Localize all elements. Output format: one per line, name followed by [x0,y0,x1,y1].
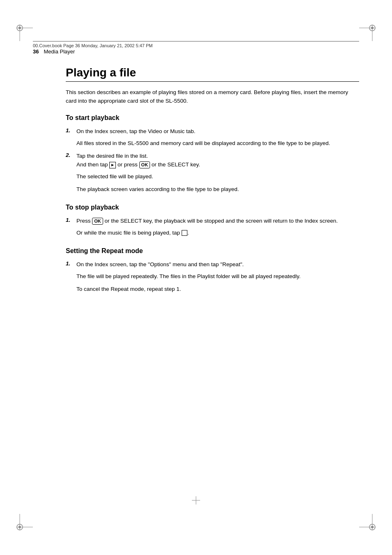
step-stop-1-main: Press OK or the SELECT key, the playback… [76,217,359,226]
step-1-main: On the Index screen, tap the Video or Mu… [76,127,359,136]
subsection-stop-playback: To stop playback 1. Press OK or the SELE… [66,204,359,237]
step-list-repeat: 1. On the Index screen, tap the "Options… [66,260,359,294]
subsection-title-start: To start playback [66,114,359,122]
step-stop-1-sub: Or while the music file is being played,… [76,229,359,237]
step-number-stop-1: 1. [66,217,73,223]
svg-point-15 [371,526,374,528]
step-1-repeat: 1. On the Index screen, tap the "Options… [66,260,359,294]
page-container: 00.Cover.book Page 36 Monday, January 21… [0,0,392,555]
file-info-bar: 00.Cover.book Page 36 Monday, January 21… [33,41,359,48]
step-2-sub1: The selected file will be played. [76,173,359,181]
step-list-stop: 1. Press OK or the SELECT key, the playb… [66,217,359,237]
svg-point-7 [371,27,374,29]
step-number-1: 1. [66,127,73,134]
stop-icon [182,230,187,236]
subsection-repeat-mode: Setting the Repeat mode 1. On the Index … [66,247,359,294]
step-2-start: 2. Tap the desired file in the list. And… [66,152,359,194]
corner-mark-bl [16,514,33,530]
page-title-header: Media Player [44,48,75,55]
subsection-title-stop: To stop playback [66,204,359,211]
corner-mark-tr [359,25,376,41]
intro-text: This section describes an example of pla… [66,88,359,106]
section-title: Playing a file [66,66,359,80]
step-list-start: 1. On the Index screen, tap the Video or… [66,127,359,194]
step-2-sub2: The playback screen varies according to … [76,185,359,194]
step-1-stop: 1. Press OK or the SELECT key, the playb… [66,217,359,237]
play-icon [109,162,116,168]
step-number-repeat-1: 1. [66,260,73,267]
subsection-title-repeat: Setting the Repeat mode [66,247,359,255]
bottom-center-mark [192,496,200,506]
corner-mark-br [359,514,376,530]
ok-badge-1: OK [139,161,150,168]
step-1-sub: All files stored in the SL-5500 and memo… [76,139,359,148]
title-divider [66,81,359,82]
page-header: 36 Media Player [33,48,359,55]
content-area: Playing a file This section describes an… [66,66,359,304]
step-repeat-1-sub1: The file will be played repeatedly. The … [76,272,359,281]
subsection-start-playback: To start playback 1. On the Index screen… [66,114,359,194]
step-repeat-1-main: On the Index screen, tap the "Options" m… [76,260,359,269]
corner-mark-tl [16,25,33,41]
step-1-start: 1. On the Index screen, tap the Video or… [66,127,359,148]
step-number-2: 2. [66,152,73,158]
svg-point-11 [18,526,21,528]
page-number: 36 [33,48,39,55]
step-2-main: Tap the desired file in the list. And th… [76,152,359,169]
step-repeat-1-sub2: To cancel the Repeat mode, repeat step 1… [76,285,359,294]
svg-point-3 [18,27,21,29]
ok-badge-2: OK [92,218,103,225]
file-info-text: 00.Cover.book Page 36 Monday, January 21… [33,43,153,48]
